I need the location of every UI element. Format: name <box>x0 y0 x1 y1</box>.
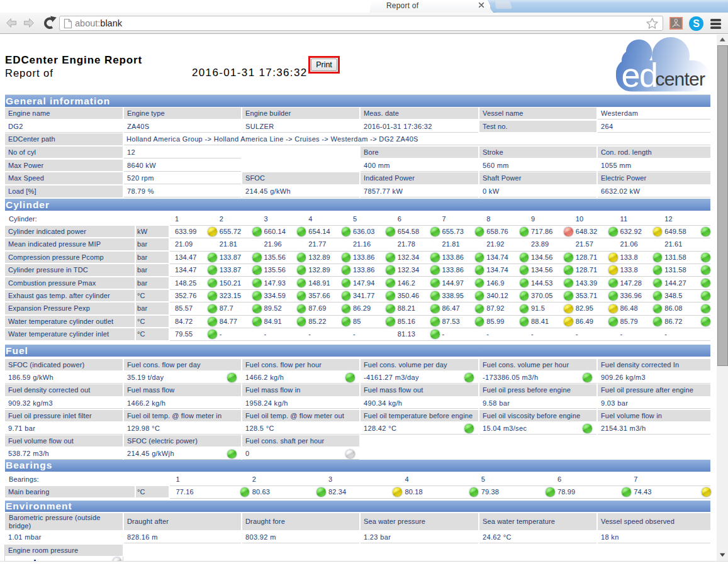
svg-text:ed: ed <box>622 56 658 92</box>
svg-text:center: center <box>656 69 705 89</box>
